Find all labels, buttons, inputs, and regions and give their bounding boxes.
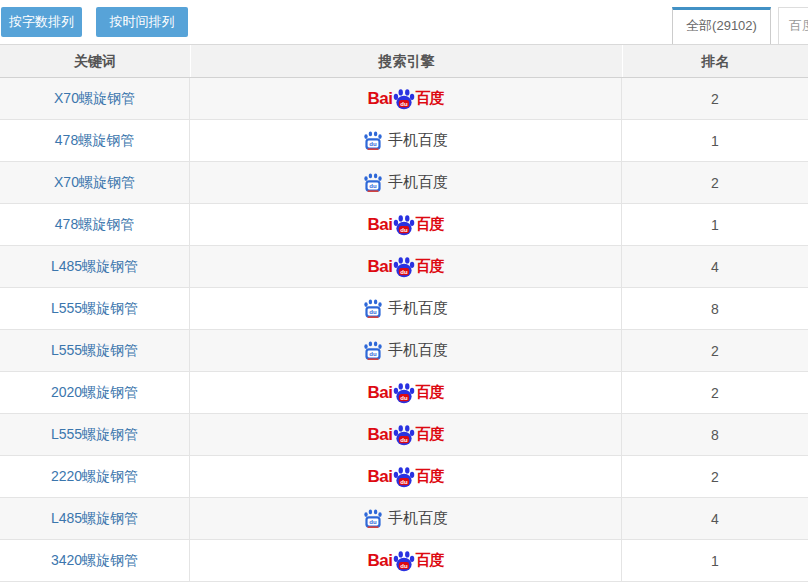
baidu-logo-bai-text: Bai (368, 383, 393, 403)
table-row: 478螺旋钢管 Bai du 百度 (0, 120, 808, 162)
baidu-logo: Bai du 百度 (368, 88, 444, 110)
baidu-logo: Bai du 百度 (368, 382, 444, 404)
baidu-logo: Bai du 百度 (368, 424, 444, 446)
baidu-logo-cn-text: 百度 (415, 257, 443, 276)
keyword-cell: L485螺旋钢管 (0, 498, 190, 539)
mobile-baidu-icon: du (363, 509, 383, 529)
baidu-logo-bai-text: Bai (368, 551, 393, 571)
keyword-link[interactable]: L555螺旋钢管 (51, 426, 138, 444)
mobile-baidu-label: 手机百度 (388, 131, 448, 150)
baidu-logo: Bai du 百度 (368, 214, 444, 236)
mobile-baidu-icon: du (363, 131, 383, 151)
keyword-cell: L555螺旋钢管 (0, 330, 190, 371)
table-row: 2220螺旋钢管 Bai du 百度 (0, 456, 808, 498)
baidu-logo-du-text: du (401, 436, 409, 442)
baidu-logo-cn-text: 百度 (415, 89, 443, 108)
baidu-logo-bai-text: Bai (368, 257, 393, 277)
baidu-logo-bai-text: Bai (368, 425, 393, 445)
keyword-link[interactable]: 478螺旋钢管 (55, 216, 134, 234)
keyword-cell: X70螺旋钢管 (0, 78, 190, 119)
column-header-keyword: 关键词 (0, 45, 190, 77)
baidu-logo-bai-text: Bai (368, 89, 393, 109)
keyword-link[interactable]: L555螺旋钢管 (51, 300, 138, 318)
keyword-link[interactable]: 478螺旋钢管 (55, 132, 134, 150)
engine-cell: Bai du 百度 (190, 162, 621, 203)
baidu-logo-bai-text: Bai (368, 467, 393, 487)
baidu-logo-cn-text: 百度 (415, 215, 443, 234)
mobile-baidu: du 手机百度 (363, 299, 448, 319)
rank-value: 2 (621, 372, 808, 413)
keyword-link[interactable]: L555螺旋钢管 (51, 342, 138, 360)
keyword-cell: 3420螺旋钢管 (0, 540, 190, 581)
rank-value: 1 (621, 120, 808, 161)
baidu-paw-icon: du (392, 424, 416, 446)
mobile-icon-du-text: du (369, 140, 377, 146)
keyword-link[interactable]: 2020螺旋钢管 (51, 384, 138, 402)
engine-cell: Bai du 百度 (190, 204, 621, 245)
mobile-baidu-label: 手机百度 (388, 299, 448, 318)
mobile-baidu-icon: du (363, 299, 383, 319)
baidu-paw-icon: du (392, 88, 416, 110)
rank-value: 8 (621, 414, 808, 455)
baidu-logo-du-text: du (401, 100, 409, 106)
keyword-cell: X70螺旋钢管 (0, 162, 190, 203)
rank-value: 2 (621, 162, 808, 203)
baidu-paw-icon: du (392, 256, 416, 278)
keyword-cell: 2220螺旋钢管 (0, 456, 190, 497)
baidu-logo-cn-text: 百度 (415, 551, 443, 570)
baidu-logo-cn-text: 百度 (415, 383, 443, 402)
mobile-baidu-icon: du (363, 341, 383, 361)
table-row: 478螺旋钢管 Bai du 百度 (0, 204, 808, 246)
engine-cell: Bai du 百度 (190, 498, 621, 539)
keyword-link[interactable]: 2220螺旋钢管 (51, 468, 138, 486)
engine-cell: Bai du 百度 (190, 372, 621, 413)
rank-value: 1 (621, 204, 808, 245)
rank-value: 8 (621, 288, 808, 329)
mobile-icon-du-text: du (369, 518, 377, 524)
table-row: L485螺旋钢管 Bai du 百度 (0, 498, 808, 540)
baidu-paw-icon: du (392, 466, 416, 488)
tab-baidu[interactable]: 百度 (778, 7, 808, 44)
engine-cell: Bai du 百度 (190, 540, 621, 581)
mobile-icon-du-text: du (369, 308, 377, 314)
table-row: L555螺旋钢管 Bai du 百度 (0, 288, 808, 330)
sort-by-time-button[interactable]: 按时间排列 (96, 7, 188, 37)
mobile-icon-du-text: du (369, 350, 377, 356)
keyword-link[interactable]: L485螺旋钢管 (51, 258, 138, 276)
table-header: 关键词 搜索引擎 排名 (0, 44, 808, 78)
baidu-logo-du-text: du (401, 394, 409, 400)
table-row: L555螺旋钢管 Bai du 百度 (0, 330, 808, 372)
keyword-link[interactable]: L485螺旋钢管 (51, 510, 138, 528)
sort-by-wordcount-button[interactable]: 按字数排列 (1, 7, 82, 37)
mobile-baidu: du 手机百度 (363, 173, 448, 193)
baidu-logo-du-text: du (401, 478, 409, 484)
keyword-cell: L555螺旋钢管 (0, 288, 190, 329)
baidu-paw-icon: du (392, 382, 416, 404)
keyword-link[interactable]: X70螺旋钢管 (54, 90, 135, 108)
engine-cell: Bai du 百度 (190, 288, 621, 329)
table-row: 3420螺旋钢管 Bai du 百度 (0, 540, 808, 582)
engine-cell: Bai du 百度 (190, 330, 621, 371)
mobile-baidu: du 手机百度 (363, 131, 448, 151)
engine-cell: Bai du 百度 (190, 456, 621, 497)
baidu-logo: Bai du 百度 (368, 466, 444, 488)
baidu-logo-cn-text: 百度 (415, 425, 443, 444)
table-body: X70螺旋钢管 Bai du 百度 (0, 78, 808, 583)
baidu-logo-bai-text: Bai (368, 215, 393, 235)
keyword-link[interactable]: 3420螺旋钢管 (51, 552, 138, 570)
keyword-link[interactable]: X70螺旋钢管 (54, 174, 135, 192)
engine-cell: Bai du 百度 (190, 414, 621, 455)
rank-value: 1 (621, 540, 808, 581)
engine-cell: Bai du 百度 (190, 120, 621, 161)
rank-value: 2 (621, 330, 808, 371)
mobile-baidu-label: 手机百度 (388, 173, 448, 192)
table-row: L555螺旋钢管 Bai du 百度 (0, 414, 808, 456)
column-header-rank: 排名 (622, 45, 808, 77)
baidu-logo-du-text: du (401, 562, 409, 568)
keyword-ranking-page: 按字数排列 按时间排列 全部(29102) 百度 关键词 搜索引擎 排名 X70… (0, 0, 808, 583)
keyword-cell: 2020螺旋钢管 (0, 372, 190, 413)
baidu-logo-du-text: du (401, 226, 409, 232)
table-row: 2020螺旋钢管 Bai du 百度 (0, 372, 808, 414)
tab-all[interactable]: 全部(29102) (672, 7, 771, 44)
table-row: L485螺旋钢管 Bai du 百度 (0, 246, 808, 288)
